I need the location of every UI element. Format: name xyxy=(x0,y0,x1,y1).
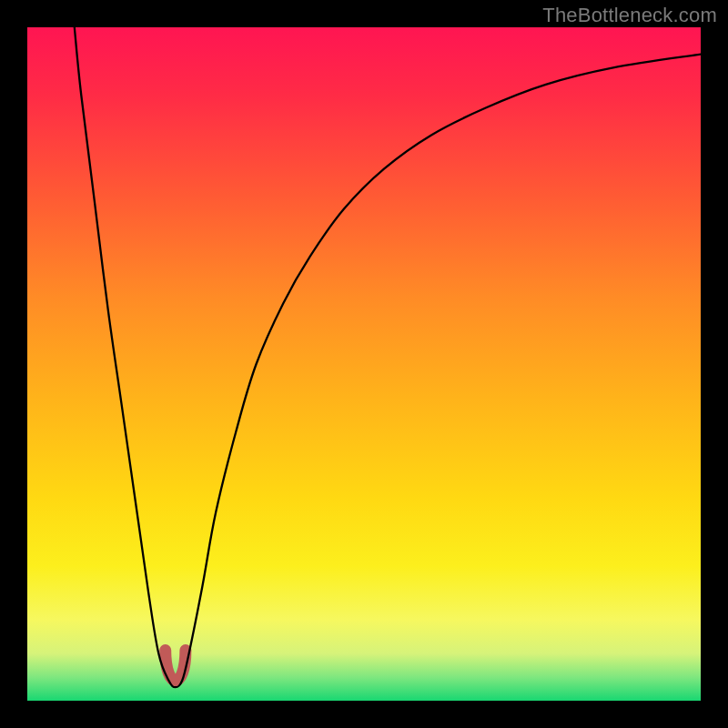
plot-area xyxy=(27,27,701,701)
outer-frame: TheBottleneck.com xyxy=(0,0,728,728)
bottleneck-chart xyxy=(27,27,701,701)
watermark-text: TheBottleneck.com xyxy=(542,4,717,27)
gradient-background xyxy=(27,27,701,701)
